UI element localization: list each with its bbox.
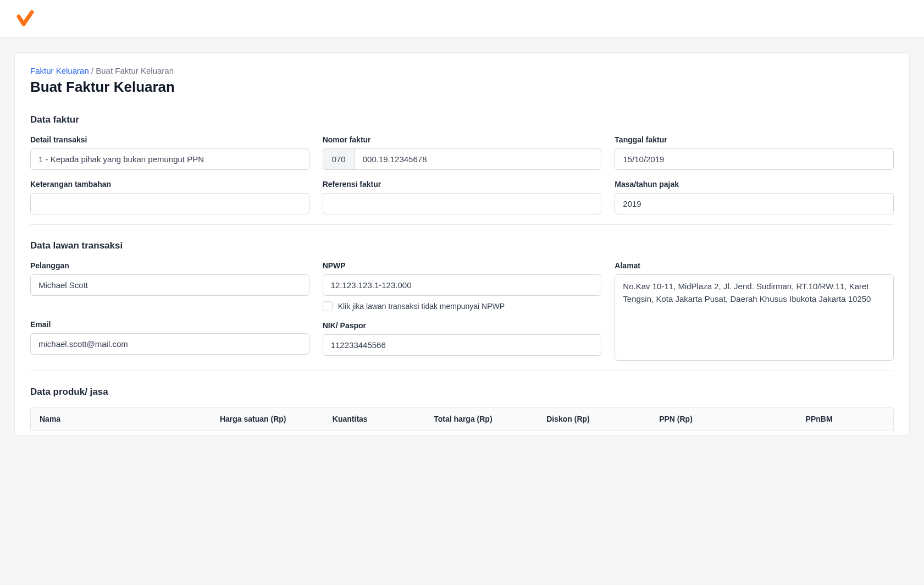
section-title-data-produk: Data produk/ jasa xyxy=(30,387,894,398)
form-card: Faktur Keluaran / Buat Faktur Keluaran B… xyxy=(14,52,910,435)
input-alamat[interactable] xyxy=(615,274,894,361)
input-nomor-faktur[interactable] xyxy=(355,148,602,170)
breadcrumb: Faktur Keluaran / Buat Faktur Keluaran xyxy=(30,66,894,75)
label-nik-paspor: NIK/ Paspor xyxy=(323,321,602,330)
label-npwp: NPWP xyxy=(323,261,602,270)
label-pelanggan: Pelanggan xyxy=(30,261,309,270)
label-detail-transaksi: Detail transaksi xyxy=(30,135,309,144)
field-npwp: NPWP Klik jika lawan transaksi tidak mem… xyxy=(323,261,602,356)
section-divider xyxy=(30,224,894,225)
input-nik-paspor[interactable] xyxy=(323,334,602,356)
field-detail-transaksi: Detail transaksi xyxy=(30,135,309,170)
product-table-header: Nama Harga satuan (Rp) Kuantitas Total h… xyxy=(30,407,894,431)
nomor-faktur-prefix: 070 xyxy=(323,148,355,170)
breadcrumb-separator: / xyxy=(89,66,96,75)
checkbox-no-npwp[interactable] xyxy=(323,301,333,311)
input-referensi-faktur[interactable] xyxy=(323,193,602,214)
label-referensi-faktur: Referensi faktur xyxy=(323,180,602,189)
checkbox-no-npwp-label: Klik jika lawan transaksi tidak mempunya… xyxy=(338,302,505,311)
th-ppnbm: PPnBM xyxy=(806,415,884,423)
label-masa-tahun-pajak: Masa/tahun pajak xyxy=(615,180,894,189)
th-total-harga: Total harga (Rp) xyxy=(434,415,546,423)
label-alamat: Alamat xyxy=(615,261,894,270)
input-keterangan-tambahan[interactable] xyxy=(30,193,309,214)
field-alamat: Alamat xyxy=(615,261,894,361)
section-divider-2 xyxy=(30,371,894,371)
field-pelanggan: Pelanggan Email xyxy=(30,261,309,355)
input-npwp[interactable] xyxy=(323,274,602,296)
field-masa-tahun-pajak: Masa/tahun pajak xyxy=(615,180,894,214)
th-nama: Nama xyxy=(40,415,220,423)
content-area: Faktur Keluaran / Buat Faktur Keluaran B… xyxy=(0,38,924,450)
input-masa-tahun-pajak[interactable] xyxy=(615,193,894,214)
field-nomor-faktur: Nomor faktur 070 xyxy=(323,135,602,170)
section-title-data-lawan: Data lawan transaksi xyxy=(30,240,894,251)
field-referensi-faktur: Referensi faktur xyxy=(323,180,602,214)
input-detail-transaksi[interactable] xyxy=(30,148,309,170)
logo-icon xyxy=(15,9,35,29)
input-tanggal-faktur[interactable] xyxy=(615,148,894,170)
field-tanggal-faktur: Tanggal faktur xyxy=(615,135,894,170)
field-keterangan-tambahan: Keterangan tambahan xyxy=(30,180,309,214)
input-email[interactable] xyxy=(30,333,309,355)
th-kuantitas: Kuantitas xyxy=(333,415,434,423)
label-tanggal-faktur: Tanggal faktur xyxy=(615,135,894,144)
input-pelanggan[interactable] xyxy=(30,274,309,296)
breadcrumb-current: Buat Faktur Keluaran xyxy=(96,66,174,75)
th-ppn: PPN (Rp) xyxy=(659,415,805,423)
breadcrumb-root-link[interactable]: Faktur Keluaran xyxy=(30,66,89,75)
app-header xyxy=(0,0,924,38)
th-diskon: Diskon (Rp) xyxy=(546,415,659,423)
label-nomor-faktur: Nomor faktur xyxy=(323,135,602,144)
label-keterangan-tambahan: Keterangan tambahan xyxy=(30,180,309,189)
th-harga-satuan: Harga satuan (Rp) xyxy=(220,415,333,423)
label-email: Email xyxy=(30,320,309,329)
page-title: Buat Faktur Keluaran xyxy=(30,79,894,96)
section-title-data-faktur: Data faktur xyxy=(30,114,894,125)
